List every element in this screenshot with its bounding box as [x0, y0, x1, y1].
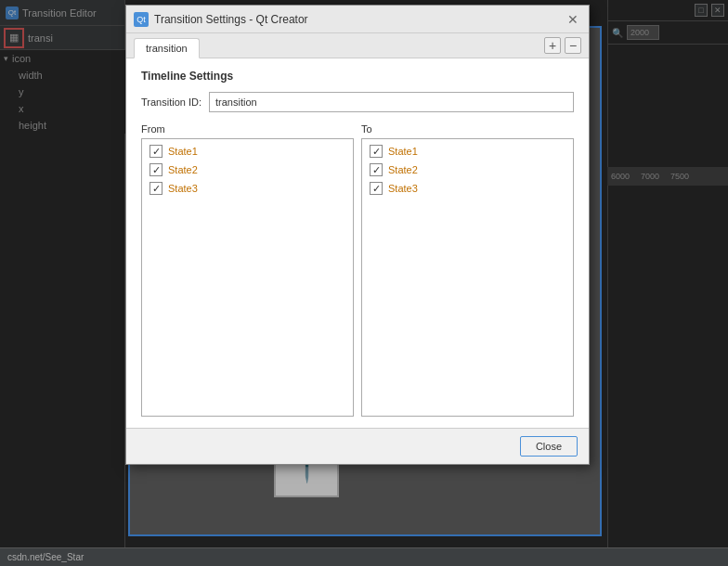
transition-id-input[interactable] [209, 92, 574, 112]
from-state3-checkbox[interactable] [150, 182, 162, 195]
dialog-title-text: Transition Settings - Qt Creator [154, 13, 308, 26]
dialog-title-left: Qt Transition Settings - Qt Creator [134, 12, 308, 27]
to-column: To State1 State2 State3 [361, 123, 574, 417]
to-label: To [361, 123, 574, 135]
from-state2-name: State2 [168, 164, 198, 175]
close-button[interactable]: Close [520, 436, 578, 457]
to-state1-checkbox[interactable] [370, 145, 383, 158]
from-state-1: State1 [150, 145, 345, 158]
to-state3-checkbox[interactable] [370, 182, 383, 195]
from-label: From [141, 123, 354, 135]
to-states-list: State1 State2 State3 [361, 138, 574, 417]
from-state3-name: State3 [168, 183, 198, 194]
from-states-list: State1 State2 State3 [141, 138, 354, 417]
status-text: csdn.net/See_Star [7, 552, 84, 562]
to-state-2: State2 [370, 163, 566, 176]
section-title: Timeline Settings [141, 70, 574, 83]
dialog-body: Timeline Settings Transition ID: From St… [126, 58, 589, 428]
dialog-footer: Close [126, 428, 589, 464]
to-state-3: State3 [370, 182, 566, 195]
close-x-icon: ✕ [567, 12, 578, 27]
to-state1-name: State1 [388, 146, 418, 157]
from-state2-checkbox[interactable] [150, 163, 162, 176]
to-state-1: State1 [370, 145, 566, 158]
from-state1-checkbox[interactable] [150, 145, 162, 158]
dialog-close-button[interactable]: ✕ [565, 11, 581, 28]
dialog-logo: Qt [134, 12, 149, 27]
to-state2-checkbox[interactable] [370, 163, 383, 176]
status-bar: csdn.net/See_Star [0, 547, 728, 566]
dialog-titlebar: Qt Transition Settings - Qt Creator ✕ [126, 6, 589, 33]
tab-label-text: transition [146, 43, 188, 54]
add-tab-button[interactable]: + [544, 37, 561, 54]
minus-icon: − [569, 38, 577, 53]
transition-id-label: Transition ID: [141, 96, 202, 108]
transition-id-row: Transition ID: [141, 92, 574, 112]
transition-settings-dialog: Qt Transition Settings - Qt Creator ✕ tr… [125, 5, 590, 465]
from-state1-name: State1 [168, 146, 198, 157]
tab-actions: + − [544, 37, 581, 58]
remove-tab-button[interactable]: − [565, 37, 581, 54]
dialog-tab-bar: transition + − [126, 33, 589, 58]
transition-tab[interactable]: transition [134, 38, 200, 58]
states-row: From State1 State2 State3 [141, 123, 574, 417]
from-state-2: State2 [150, 163, 345, 176]
to-state2-name: State2 [388, 164, 418, 175]
to-state3-name: State3 [388, 183, 418, 194]
add-icon: + [549, 38, 556, 53]
from-column: From State1 State2 State3 [141, 123, 354, 417]
from-state-3: State3 [150, 182, 345, 195]
